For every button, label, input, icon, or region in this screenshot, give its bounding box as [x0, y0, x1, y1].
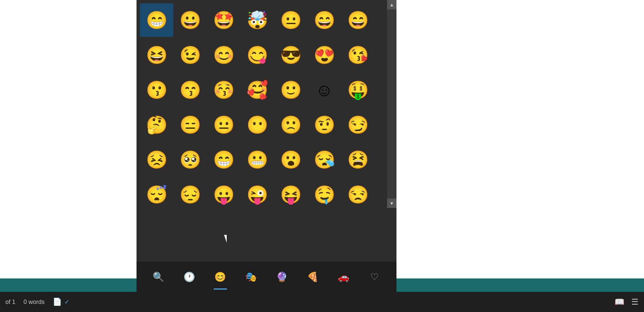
emoji-cell[interactable]: 🤨 — [308, 108, 341, 142]
emoji-row-1: 😆 😉 😊 😋 😎 😍 😘 — [140, 38, 384, 72]
emoji-cell[interactable]: 🥰 — [240, 73, 274, 107]
emoji-cell[interactable]: 🤔 — [140, 108, 173, 142]
check-icon: ✓ — [64, 298, 69, 306]
emoji-cell[interactable]: 😄 — [308, 3, 341, 37]
emoji-cell[interactable]: 😐 — [274, 3, 308, 37]
emoji-cell[interactable]: 🤤 — [308, 178, 341, 211]
status-bar: of 1 0 words 📄 ✓ 📖 ☰ — [0, 292, 644, 312]
emoji-row-5: 😴 😔 😛 😜 😝 🤤 😒 — [140, 178, 384, 211]
emoji-cell[interactable]: 😋 — [240, 38, 274, 72]
emoji-cell[interactable]: 😙 — [173, 73, 207, 107]
emoji-cell[interactable]: 😜 — [240, 178, 274, 211]
emoji-cell[interactable]: 😁 — [207, 143, 240, 176]
travel-icon: 🚗 — [338, 271, 350, 282]
scroll-up-button[interactable]: ▲ — [387, 0, 396, 9]
emoji-cell[interactable]: 🤑 — [341, 73, 375, 107]
emoji-tab-bar: 🔍 🕐 😊 🎭 🔮 🍕 🚗 ♡ — [137, 262, 396, 292]
emoji-cell[interactable]: 😏 — [341, 108, 375, 142]
tab-symbols[interactable]: ♡ — [361, 263, 388, 290]
word-count: 0 words — [23, 299, 45, 306]
emoji-cell[interactable]: 😪 — [308, 143, 341, 176]
view-icon: 📄 — [53, 298, 62, 306]
search-icon: 🔍 — [153, 271, 164, 282]
emoji-cell[interactable]: 😣 — [140, 143, 173, 176]
tab-nature[interactable]: 🔮 — [268, 263, 295, 290]
emoji-row-3: 🤔 😑 😐 😶 🙁 🤨 😏 — [140, 108, 384, 142]
emoji-cell[interactable]: 😘 — [341, 38, 375, 72]
emoji-picker: ▲ ▼ 😁 😀 🤩 🤯 😐 😄 😄 😆 😉 😊 😋 😎 😍 😘 😗 — [137, 0, 396, 292]
emoji-cell[interactable]: 😊 — [207, 38, 240, 72]
heart-icon: ♡ — [370, 271, 379, 282]
clock-icon: 🕐 — [183, 271, 195, 282]
emoji-cell[interactable]: 🤯 — [240, 3, 274, 37]
emoji-cell[interactable]: 😔 — [173, 178, 207, 211]
emoji-cell[interactable]: 😮 — [274, 143, 308, 176]
people-icon: 🎭 — [245, 271, 257, 282]
emoji-cell[interactable]: 😍 — [308, 38, 341, 72]
smiley-icon: 😊 — [214, 271, 226, 282]
emoji-cell[interactable]: 😄 — [341, 3, 375, 37]
emoji-cell[interactable]: 😑 — [173, 108, 207, 142]
emoji-row-4: 😣 🥺 😁 😬 😮 😪 😫 — [140, 143, 384, 176]
scroll-down-button[interactable]: ▼ — [387, 199, 396, 208]
emoji-cell[interactable]: 🥺 — [173, 143, 207, 176]
emoji-cell[interactable]: 🙂 — [274, 73, 308, 107]
tab-people[interactable]: 🎭 — [238, 263, 265, 290]
tab-search[interactable]: 🔍 — [145, 263, 172, 290]
emoji-cell[interactable]: 😗 — [140, 73, 173, 107]
emoji-cell[interactable]: 😀 — [173, 3, 207, 37]
layout-icon[interactable]: ☰ — [631, 297, 639, 307]
emoji-cell[interactable]: 😬 — [240, 143, 274, 176]
emoji-cell[interactable]: ☺️ — [308, 73, 341, 107]
page-info: of 1 — [5, 299, 15, 306]
food-icon: 🍕 — [307, 271, 319, 282]
emoji-cell[interactable]: 😶 — [240, 108, 274, 142]
emoji-cell[interactable]: 😆 — [140, 38, 173, 72]
emoji-cell[interactable]: 😉 — [173, 38, 207, 72]
tab-food[interactable]: 🍕 — [299, 263, 326, 290]
book-icon[interactable]: 📖 — [614, 297, 625, 307]
emoji-cell[interactable]: 🤩 — [207, 3, 240, 37]
emoji-cell[interactable]: 😎 — [274, 38, 308, 72]
emoji-grid-container: 😁 😀 🤩 🤯 😐 😄 😄 😆 😉 😊 😋 😎 😍 😘 😗 😙 😚 🥰 🙂 — [137, 0, 396, 262]
tab-recent[interactable]: 🕐 — [176, 263, 203, 290]
emoji-cell[interactable]: 😒 — [341, 178, 375, 211]
emoji-row-2: 😗 😙 😚 🥰 🙂 ☺️ 🤑 — [140, 73, 384, 107]
tab-smiley[interactable]: 😊 — [207, 263, 234, 290]
emoji-cell[interactable]: 😴 — [140, 178, 173, 211]
emoji-cell[interactable]: 😛 — [207, 178, 240, 211]
emoji-cell[interactable]: 😫 — [341, 143, 375, 176]
emoji-cell[interactable]: 😚 — [207, 73, 240, 107]
emoji-cell[interactable]: 🙁 — [274, 108, 308, 142]
nature-icon: 🔮 — [276, 271, 288, 282]
emoji-row-0: 😁 😀 🤩 🤯 😐 😄 😄 — [140, 3, 384, 37]
emoji-cell[interactable]: 😐 — [207, 108, 240, 142]
emoji-scrollbar: ▲ ▼ — [387, 0, 396, 208]
status-bar-right: 📖 ☰ — [614, 297, 639, 307]
emoji-cell[interactable]: 😁 — [140, 3, 173, 37]
emoji-cell[interactable]: 😝 — [274, 178, 308, 211]
tab-travel[interactable]: 🚗 — [330, 263, 357, 290]
